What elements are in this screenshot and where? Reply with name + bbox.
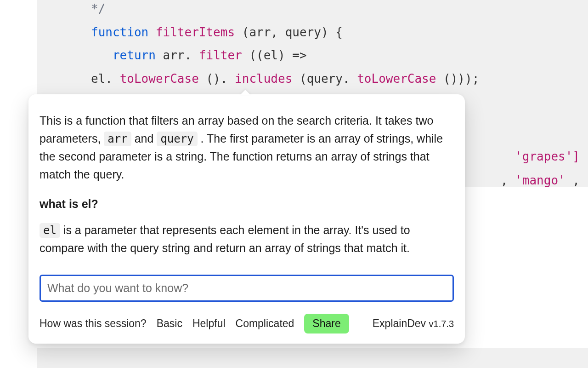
p1-code-arr: arr — [104, 132, 131, 146]
explanation-paragraph-1: This is a function that filters an array… — [40, 112, 454, 183]
p1-code-query: query — [157, 132, 197, 146]
feedback-question: How was this session? — [40, 317, 147, 330]
feedback-basic[interactable]: Basic — [157, 317, 182, 330]
explanation-paragraph-2: el is a parameter that represents each e… — [40, 221, 454, 257]
code-method-tolower2: toLowerCase — [357, 72, 436, 86]
code-after-return: arr. — [163, 48, 192, 62]
share-button[interactable]: Share — [304, 314, 349, 334]
p2-code-el: el — [40, 223, 60, 238]
followup-question: what is el? — [40, 195, 454, 213]
popover-footer: How was this session? Basic Helpful Comp… — [40, 314, 454, 334]
code-after-tl2: ())); — [443, 72, 479, 86]
code-bg-grapes: 'grapes'] — [515, 150, 580, 163]
code-method-filter: filter — [199, 48, 242, 62]
feedback-helpful[interactable]: Helpful — [192, 317, 226, 330]
brand-version: v1.7.3 — [429, 319, 454, 329]
code-bg-mango-post: , — [572, 173, 580, 187]
brand-label: ExplainDev v1.7.3 — [373, 317, 454, 330]
code-fn-name: filterItems — [156, 25, 235, 39]
p2-a: is a parameter that represents each elem… — [40, 224, 410, 254]
code-bg-mango: 'mango' — [515, 173, 565, 187]
code-kw-function: function — [91, 25, 148, 39]
code-method-includes: includes — [235, 72, 292, 86]
code-block-bottom: console. log ([ 1 , , undefined ]. filte… — [37, 348, 588, 368]
ask-input[interactable] — [40, 275, 454, 302]
code-comment-close: */ — [91, 2, 105, 16]
feedback-complicated[interactable]: Complicated — [236, 317, 294, 330]
code-after-incl: (query. — [300, 72, 350, 86]
code-bg-mango-pre: , — [501, 173, 515, 187]
code-line3-pre: el. — [91, 72, 113, 86]
code-after-tl1: (). — [206, 72, 227, 86]
explain-popover: This is a function that filters an array… — [28, 94, 465, 344]
code-method-tolower1: toLowerCase — [120, 72, 199, 86]
code-after-filter: ((el) => — [249, 48, 306, 62]
p1-b: and — [135, 132, 157, 145]
code-kw-return: return — [113, 48, 156, 62]
brand-name: ExplainDev — [373, 317, 429, 329]
code-params: (arr, query) { — [242, 25, 343, 39]
